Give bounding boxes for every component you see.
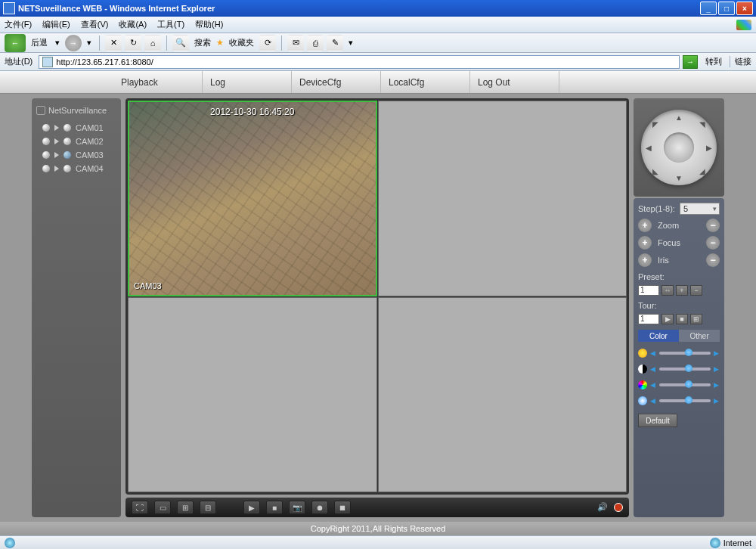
camera-row-3[interactable]: CAM03 (36, 148, 116, 162)
ptz-right-button[interactable]: ▶ (705, 144, 713, 151)
saturation-down-button[interactable]: ◀ (650, 397, 656, 405)
sound-icon[interactable]: 🔊 (597, 502, 608, 513)
play-icon[interactable] (54, 125, 59, 131)
play-icon[interactable] (54, 152, 59, 158)
stop-record-button[interactable]: ⏹ (334, 501, 351, 514)
focus-in-button[interactable]: + (638, 236, 652, 250)
video-cell-3[interactable] (128, 297, 377, 493)
iris-open-button[interactable]: + (638, 253, 652, 267)
favorites-label[interactable]: 收藏夹 (229, 37, 254, 48)
focus-out-button[interactable]: − (706, 236, 720, 250)
contrast-slider[interactable] (659, 368, 711, 371)
video-cell-1[interactable]: 2012-10-30 16:45:20 CAM03 (128, 101, 377, 296)
saturation-slider[interactable] (659, 399, 711, 402)
menu-view[interactable]: 查看(V) (81, 19, 109, 30)
search-icon[interactable]: 🔍 (172, 35, 189, 51)
back-button[interactable]: ← (5, 34, 26, 52)
tour-edit-button[interactable]: ⊞ (690, 314, 702, 324)
play-icon[interactable] (54, 166, 59, 172)
brightness-slider[interactable] (659, 352, 711, 355)
mail-button[interactable]: ✉ (287, 35, 304, 51)
default-button[interactable]: Default (638, 414, 677, 427)
back-label[interactable]: 后退 (31, 37, 48, 48)
snapshot-button[interactable]: 📷 (289, 501, 305, 514)
refresh-button[interactable]: ↻ (125, 35, 141, 51)
contrast-up-button[interactable]: ▶ (714, 365, 720, 373)
record-all-button[interactable]: ⏺ (311, 501, 328, 514)
status-dot-icon[interactable] (64, 151, 71, 159)
tour-play-button[interactable]: ▶ (662, 314, 674, 324)
hue-up-button[interactable]: ▶ (714, 381, 720, 389)
record-dot-icon[interactable] (42, 165, 50, 172)
camera-row-2[interactable]: CAM02 (36, 135, 116, 148)
ptz-upright-button[interactable]: ◥ (699, 120, 706, 128)
video-cell-4[interactable] (378, 297, 627, 493)
zoom-out-button[interactable]: − (706, 219, 720, 232)
go-label[interactable]: 转到 (705, 56, 722, 67)
ptz-down-button[interactable]: ▼ (675, 174, 683, 181)
color-tab[interactable]: Color (638, 330, 679, 342)
preset-del-button[interactable]: − (690, 285, 702, 296)
contrast-down-button[interactable]: ◀ (650, 365, 656, 373)
zoom-in-button[interactable]: + (638, 219, 652, 232)
address-input[interactable]: http://123.65.217.61:8080/ (39, 55, 680, 69)
hue-slider[interactable] (659, 383, 711, 386)
forward-dropdown-icon[interactable]: ▾ (87, 38, 91, 48)
tab-devicecfg[interactable]: DeviceCfg (292, 71, 381, 93)
tab-localcfg[interactable]: LocalCfg (381, 71, 470, 93)
brightness-up-button[interactable]: ▶ (714, 349, 720, 357)
status-dot-icon[interactable] (64, 138, 71, 145)
layout-9-button[interactable]: ⊟ (200, 501, 216, 514)
favorites-icon[interactable]: ★ (216, 38, 224, 48)
menu-tools[interactable]: 工具(T) (157, 19, 184, 30)
go-button[interactable]: → (683, 55, 698, 69)
ptz-upleft-button[interactable]: ◤ (652, 120, 659, 128)
history-button[interactable]: ⟳ (259, 35, 276, 51)
status-dot-icon[interactable] (64, 165, 71, 172)
other-tab[interactable]: Other (679, 330, 720, 342)
tour-stop-button[interactable]: ■ (676, 314, 688, 324)
play-icon[interactable] (54, 138, 59, 144)
menu-favorites[interactable]: 收藏(A) (119, 19, 147, 30)
home-button[interactable]: ⌂ (144, 35, 161, 51)
menu-file[interactable]: 文件(F) (5, 19, 32, 30)
preset-goto-button[interactable]: ↔ (662, 285, 674, 296)
record-dot-icon[interactable] (42, 124, 50, 132)
record-dot-icon[interactable] (42, 138, 50, 145)
record-dot-icon[interactable] (42, 151, 50, 159)
preset-input[interactable]: 1 (638, 285, 659, 296)
tab-log[interactable]: Log (203, 71, 292, 93)
camera-row-4[interactable]: CAM04 (36, 162, 116, 175)
back-dropdown-icon[interactable]: ▾ (55, 38, 60, 48)
forward-button[interactable]: → (65, 35, 82, 51)
status-dot-icon[interactable] (64, 124, 71, 132)
tour-input[interactable]: 1 (638, 314, 659, 324)
edit-button[interactable]: ✎ (327, 35, 343, 51)
ptz-up-button[interactable]: ▲ (675, 113, 683, 121)
close-button[interactable]: × (736, 2, 753, 15)
menu-edit[interactable]: 编辑(E) (42, 19, 70, 30)
mute-icon[interactable] (614, 503, 623, 512)
ptz-downright-button[interactable]: ◢ (699, 167, 706, 175)
step-select[interactable]: 5 (680, 203, 720, 215)
layout-4-button[interactable]: ⊞ (177, 501, 194, 514)
stop-button[interactable]: ✕ (105, 35, 122, 51)
brightness-down-button[interactable]: ◀ (650, 349, 656, 357)
ptz-center-button[interactable] (664, 132, 694, 163)
print-button[interactable]: ⎙ (307, 35, 324, 51)
camera-row-1[interactable]: CAM01 (36, 121, 116, 135)
search-label[interactable]: 搜索 (194, 37, 211, 48)
ptz-downleft-button[interactable]: ◣ (652, 167, 659, 175)
menu-help[interactable]: 帮助(H) (195, 19, 223, 30)
preset-add-button[interactable]: + (676, 285, 688, 296)
saturation-up-button[interactable]: ▶ (714, 397, 720, 405)
fullscreen-button[interactable]: ⛶ (132, 501, 148, 514)
minimize-button[interactable]: _ (700, 2, 717, 15)
edit-dropdown-icon[interactable]: ▾ (349, 38, 353, 48)
connect-all-button[interactable]: ▶ (243, 501, 260, 514)
tab-playback[interactable]: Playback (113, 71, 203, 93)
tab-logout[interactable]: Log Out (470, 71, 559, 93)
maximize-button[interactable]: □ (718, 2, 735, 15)
hue-down-button[interactable]: ◀ (650, 381, 656, 389)
iris-close-button[interactable]: − (706, 253, 720, 267)
